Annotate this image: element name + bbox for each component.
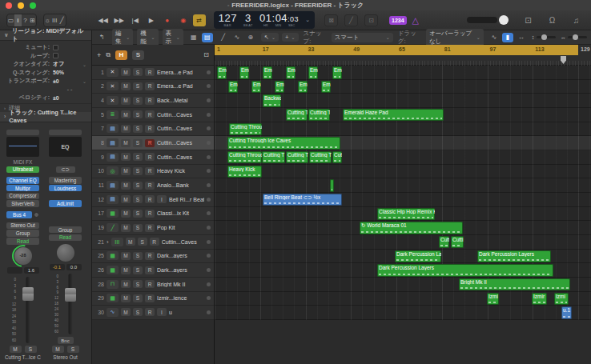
region[interactable]: Em [275, 81, 284, 94]
auto-track-zoom-icon[interactable]: ↔ [516, 33, 527, 42]
parameter-value[interactable]: オフ [53, 60, 82, 68]
mute-button[interactable]: M [10, 346, 22, 353]
region[interactable]: Dark Percussion Laye [395, 250, 441, 263]
track-row[interactable]: 10◎MSRHeavy Kick [92, 165, 214, 179]
track-s-button[interactable]: S [133, 195, 143, 203]
track-s-button[interactable]: S [133, 153, 143, 161]
track-row[interactable]: 30∿MSRIu [92, 306, 214, 320]
audio-fx-slot[interactable]: Multipr [6, 185, 39, 192]
media-browser-icon[interactable]: ♫ [569, 14, 583, 26]
parameter-checkbox[interactable] [53, 53, 58, 58]
track-r-button[interactable]: R [145, 195, 155, 203]
automation-mode-button[interactable]: Read [6, 238, 39, 245]
stepper-icon[interactable]: ⌄ [82, 78, 86, 84]
play-button[interactable]: ▶ [145, 14, 158, 26]
grid-view-icon[interactable]: ▦ [188, 33, 199, 42]
track-s-button[interactable]: S [133, 110, 143, 118]
track-m-button[interactable]: M [121, 294, 131, 302]
region[interactable]: Dark Percussion Layers [477, 250, 551, 263]
pointer-tool-menu[interactable]: ↖⌄ [261, 33, 279, 42]
region[interactable]: Izmir [532, 293, 547, 306]
audio-fx-slot[interactable]: Mastering [49, 177, 82, 184]
track-s-button[interactable]: S [133, 210, 143, 218]
region[interactable]: Cutting T [308, 109, 330, 122]
track-m-button[interactable]: M [121, 308, 131, 316]
region[interactable]: Eme [217, 66, 227, 79]
region[interactable]: Eme [263, 66, 272, 79]
track-r-button[interactable]: R [145, 125, 155, 133]
solo-button[interactable]: S [67, 346, 79, 353]
track-m-button[interactable]: M [121, 97, 131, 105]
solo-tracks-button[interactable]: S [132, 50, 144, 60]
solo-off-icon[interactable]: ⊠ [324, 14, 338, 26]
track-r-button[interactable]: R [145, 82, 155, 90]
region[interactable]: Em [321, 81, 331, 94]
region[interactable]: Izmi [487, 293, 499, 306]
eq-thumbnail[interactable] [6, 137, 39, 157]
track-s-button[interactable]: S [133, 266, 143, 274]
region[interactable]: Cutting T [262, 151, 285, 164]
track-s-button[interactable]: S [138, 238, 147, 246]
track-s-button[interactable]: S [133, 68, 143, 76]
toolbar-menu-2[interactable]: 表示⌄ [163, 29, 183, 46]
duplicate-track-button[interactable]: ⧉ [106, 51, 111, 59]
track-i-button[interactable]: I [157, 195, 167, 203]
track-r-button[interactable]: R [145, 167, 155, 175]
flex-icon[interactable]: ∿ [231, 33, 243, 42]
pan-knob[interactable] [57, 244, 74, 262]
library-icon[interactable]: ▭ [7, 14, 14, 26]
track-r-button[interactable]: R [145, 182, 155, 190]
track-m-button[interactable]: M [121, 82, 131, 90]
region[interactable]: Cutting Throu [229, 123, 262, 136]
track-m-button[interactable]: M [121, 280, 131, 288]
audio-fx-slot[interactable]: AdLimit [49, 200, 82, 207]
track-row[interactable]: 4✕MSRBack...Metal [92, 94, 214, 108]
track-s-button[interactable]: S [133, 139, 143, 147]
track-m-button[interactable]: M [121, 167, 131, 175]
stepper-icon[interactable]: ⌄ [82, 62, 86, 67]
audio-fx-slot[interactable]: Compressor [6, 193, 39, 200]
add-track-button[interactable]: + [97, 51, 101, 59]
track-row[interactable]: 11▤MSRAnalo...Bank [92, 178, 214, 193]
inspector-icon[interactable]: i [14, 14, 22, 26]
region[interactable]: Em [298, 81, 308, 94]
track-m-button[interactable]: M [121, 153, 131, 161]
bar-ruler[interactable]: 1173349658197113 129 [215, 45, 591, 66]
track-s-button[interactable]: S [133, 125, 143, 133]
track-row[interactable]: 26▦MSRDark...ayers [92, 263, 214, 278]
vertical-zoom-slider[interactable]: ↕ [532, 34, 556, 41]
lcd-mode-chevron-icon[interactable]: ⌄ [305, 17, 310, 23]
audio-fx-slot[interactable]: Channel EQ [6, 177, 39, 184]
capture-record-button[interactable]: ◉ [177, 14, 190, 26]
toolbar-menu-0[interactable]: 編集⌄ [112, 29, 133, 46]
replace-icon[interactable]: ⊡ [364, 14, 378, 26]
region[interactable]: Cutting Through Ice Caves [227, 137, 340, 150]
track-row[interactable]: 9▤MSRCuttin...Caves [92, 150, 214, 165]
volume-value[interactable]: 1.6 [24, 267, 39, 274]
midi-fx-slot[interactable]: Ultrabeat [6, 166, 39, 174]
track-m-button[interactable]: M [121, 210, 131, 218]
automation-icon[interactable]: ╱ [218, 33, 229, 42]
region[interactable]: Cutting Throug [227, 151, 262, 164]
track-header-config-button[interactable]: ⊡ [203, 51, 209, 58]
track-r-button[interactable]: R [145, 280, 155, 288]
editors-icon[interactable]: ╱ [58, 14, 66, 26]
track-m-button[interactable]: M [121, 195, 131, 203]
region[interactable]: Eme [332, 66, 342, 79]
track-row[interactable]: 25▦MSRDark...ayers [92, 250, 214, 264]
region[interactable]: Bright Mk II [459, 278, 570, 291]
editor-view-icon[interactable]: ▤ [202, 33, 213, 42]
region[interactable]: Dark Percussion Layers [377, 264, 553, 277]
track-row[interactable]: 21›IIIMSRCuttin...Caves [92, 235, 214, 250]
fader-cap[interactable] [22, 287, 34, 301]
track-inspector-header[interactable]: ›トラック: Cutting T...Ice Caves [0, 112, 91, 122]
region[interactable]: Cutting T [309, 151, 332, 164]
track-m-button[interactable]: M [121, 110, 131, 118]
track-row[interactable]: 28⊓MSRBright Mk II [92, 278, 214, 292]
track-r-button[interactable]: R [145, 210, 155, 218]
volume-fader[interactable]: 036912182430405060 [50, 274, 80, 334]
region[interactable] [330, 179, 334, 192]
region[interactable]: Cutt [332, 151, 342, 164]
track-m-button[interactable]: M [121, 224, 131, 232]
track-s-button[interactable]: S [133, 294, 143, 302]
